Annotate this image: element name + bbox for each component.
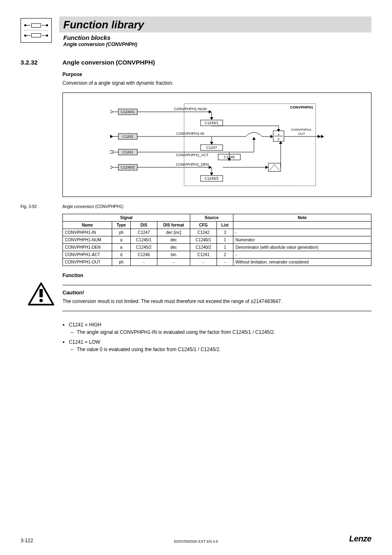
- table-row: CONVPHPH1-OUTph----Without limitation, r…: [63, 258, 371, 266]
- cell-name: CONVPHPH1-OUT: [63, 258, 112, 266]
- th-name: Name: [63, 221, 112, 229]
- diag-c1241: C1241: [122, 150, 134, 154]
- section-title: Angle conversion (CONVPHPH): [62, 59, 155, 66]
- diag-frac-y: y: [278, 137, 279, 141]
- subtitle-2: Angle conversion (CONVPHPH): [63, 42, 371, 47]
- diag-in-label: CONVPHPH1-IN: [176, 132, 204, 136]
- figure-caption: Angle conversion (CONVPHPH1): [62, 204, 123, 209]
- diag-c1246: C1246: [224, 155, 235, 159]
- diag-c12451: C1245/1: [205, 121, 219, 125]
- cell-type: ph: [112, 229, 131, 236]
- table-row: CONVPHPH1-ACTdC1246binC12412-: [63, 251, 371, 258]
- cell-list: 3: [217, 229, 233, 236]
- bullet-list: C1241 = HIGHThe angle signal at CONVPHPH…: [62, 322, 371, 352]
- diag-out-label-1: CONVPHPH1-: [291, 128, 313, 132]
- svg-rect-50: [39, 289, 43, 297]
- svg-marker-37: [265, 166, 268, 169]
- diag-c12402: C1240/2: [121, 165, 135, 169]
- caution-title: Caution!: [62, 289, 371, 296]
- cell-cfg: -: [190, 258, 217, 266]
- block-diagram: CONVPHPH1 C1240/1 CONVPHPH1-NUM C1245/1 …: [62, 92, 371, 197]
- cell-dis: C1245/1: [131, 236, 157, 243]
- bullet-sub-item: The angle signal at CONVPHPH1-IN is eval…: [71, 329, 371, 335]
- section-number: 3.2.32: [21, 59, 47, 66]
- footer-page: 3-122: [21, 538, 33, 543]
- svg-marker-34: [210, 173, 213, 176]
- cell-cfg: C1241: [190, 251, 217, 258]
- diag-num-label: CONVPHPH1-NUM: [174, 107, 207, 111]
- th-type: Type: [112, 221, 131, 229]
- figure-label: Fig. 3-92: [21, 204, 53, 209]
- bullet-item: C1241 = LOWThe value 0 is evaluated usin…: [62, 339, 371, 352]
- svg-point-1: [110, 111, 112, 113]
- svg-marker-32: [209, 166, 212, 169]
- diag-den-label: CONVPHPH1_DEN: [176, 162, 209, 166]
- footer-doc: EDSVS9332K-EXT EN 4.0: [174, 539, 218, 543]
- cell-cfg: C1240/1: [190, 236, 217, 243]
- cell-dis: -: [131, 258, 157, 266]
- diag-c1247: C1247: [206, 146, 217, 150]
- cell-cfg: C1240/2: [190, 243, 217, 251]
- function-heading: Function: [62, 273, 371, 278]
- cell-list: -: [217, 258, 233, 266]
- page-footer: 3-122 EDSVS9332K-EXT EN 4.0 Lenze: [21, 534, 371, 543]
- svg-marker-7: [210, 117, 213, 120]
- cell-list: 1: [217, 243, 233, 251]
- diag-out-label-2: OUT: [298, 132, 305, 136]
- table-row: CONVPHPH1-INphC1247dec [inc]C12423-: [63, 229, 371, 236]
- th-source: Source: [190, 214, 233, 221]
- svg-marker-5: [209, 110, 212, 113]
- th-list: List: [217, 221, 233, 229]
- cell-cfg: C1242: [190, 229, 217, 236]
- svg-point-28: [110, 166, 112, 169]
- purpose-text: Conversion of a angle signal with dynami…: [62, 80, 371, 87]
- svg-marker-47: [318, 135, 321, 138]
- svg-marker-16: [210, 142, 213, 145]
- svg-marker-14: [270, 135, 273, 138]
- cell-list: 2: [217, 251, 233, 258]
- signal-table: Signal Source Note Name Type DIS DIS for…: [62, 214, 371, 266]
- table-row: CONVPHPH1-NUMaC1245/1decC1240/11Numerato…: [63, 236, 371, 243]
- cell-note: Denominator (with absolute value generat…: [233, 243, 371, 251]
- svg-marker-26: [252, 137, 256, 140]
- main-title: Function library: [63, 18, 367, 31]
- table-row: CONVPHPH1-DENaC1245/2decC1240/21Denomina…: [63, 243, 371, 251]
- cell-note: Without limitation, remainder considered: [233, 258, 371, 266]
- caution-icon: [28, 282, 54, 305]
- svg-point-51: [39, 299, 43, 302]
- cell-fmt: bin: [157, 251, 190, 258]
- title-bar: Function library: [59, 16, 371, 32]
- purpose-heading: Purpose: [62, 72, 371, 77]
- function-block-icon: [21, 18, 52, 43]
- th-note: Note: [233, 214, 371, 221]
- footer-logo: Lenze: [349, 534, 371, 543]
- bullet-sub-item: The value 0 is evaluated using the facto…: [71, 347, 371, 352]
- caution-body: The conversion result is not limited. Th…: [62, 298, 371, 305]
- cell-name: CONVPHPH1-NUM: [63, 236, 112, 243]
- diag-act-label: CONVPHPH1_ACT: [176, 153, 209, 157]
- diag-c12401: C1240/1: [121, 110, 135, 114]
- cell-name: CONVPHPH1-ACT: [63, 251, 112, 258]
- caution-rule-bottom: [62, 311, 371, 311]
- th-cfg: CFG: [190, 221, 217, 229]
- diag-frac-x: x: [278, 132, 279, 136]
- caution-rule-top: [62, 285, 371, 285]
- svg-marker-48: [321, 135, 324, 138]
- th-dis: DIS: [131, 221, 157, 229]
- cell-note: -: [233, 251, 371, 258]
- th-disformat: DIS format: [157, 221, 190, 229]
- cell-fmt: dec: [157, 243, 190, 251]
- cell-fmt: dec [inc]: [157, 229, 190, 236]
- cell-type: a: [112, 236, 131, 243]
- bullet-item: C1241 = HIGHThe angle signal at CONVPHPH…: [62, 322, 371, 335]
- svg-marker-9: [110, 135, 113, 138]
- cell-fmt: -: [157, 258, 190, 266]
- diag-block-name: CONVPHPH1: [290, 105, 313, 109]
- cell-dis: C1245/2: [131, 243, 157, 251]
- cell-fmt: dec: [157, 236, 190, 243]
- diag-c1242: C1242: [122, 134, 134, 139]
- cell-type: ph: [112, 258, 131, 266]
- cell-name: CONVPHPH1-IN: [63, 229, 112, 236]
- diag-c12452: C1245/2: [205, 176, 219, 180]
- cell-type: a: [112, 243, 131, 251]
